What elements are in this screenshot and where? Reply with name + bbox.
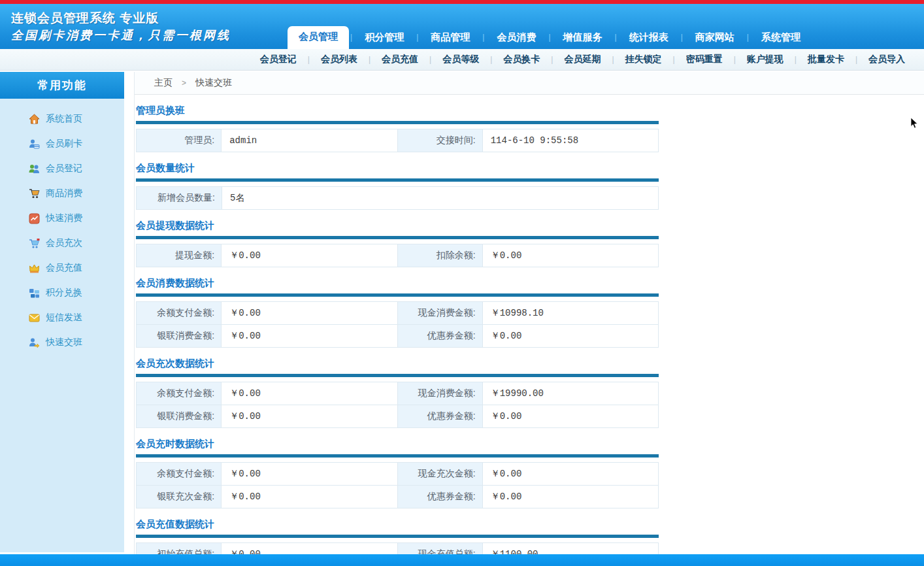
- sms-icon: [29, 312, 40, 324]
- sidebar-item-label: 会员充次: [46, 237, 82, 249]
- sidebar-item[interactable]: 短信发送: [0, 305, 124, 330]
- breadcrumb-current: 快速交班: [195, 77, 232, 89]
- section-title: 会员充次数据统计: [136, 358, 660, 370]
- subnav-item[interactable]: 会员换卡: [492, 54, 551, 65]
- section-title: 会员充时数据统计: [136, 438, 660, 450]
- nav-separator: |: [415, 33, 420, 49]
- sidebar-item[interactable]: 系统首页: [0, 107, 124, 131]
- subnav-item[interactable]: 挂失锁定: [614, 54, 673, 65]
- section-rows: 新增会员数量:5名: [136, 186, 660, 210]
- field-value: ￥0.00: [482, 405, 659, 428]
- field-value-text: ￥0.00: [491, 410, 522, 422]
- subnav-item[interactable]: 会员列表: [310, 54, 369, 65]
- field-label: 现金消费金额:: [397, 382, 483, 405]
- footer-bar: [0, 554, 924, 566]
- nav-separator: |: [547, 33, 552, 49]
- subnav-item[interactable]: 会员充值: [371, 54, 429, 65]
- sidebar-item[interactable]: 会员刷卡: [0, 131, 124, 156]
- sidebar-item-label: 会员刷卡: [46, 138, 82, 150]
- mouse-cursor: [910, 118, 919, 129]
- sidebar-item[interactable]: 商品消费: [0, 181, 124, 206]
- field-value: admin: [221, 129, 397, 152]
- app-title: 连锁会员管理系统 专业版: [11, 10, 159, 27]
- field-value-text: ￥0.00: [229, 330, 261, 342]
- nav-separator: |: [349, 33, 354, 49]
- sidebar-item[interactable]: 快速消费: [0, 206, 124, 231]
- sidebar-item[interactable]: 会员充值: [0, 256, 124, 280]
- field-value-text: 114-6-10 9:55:58: [491, 135, 578, 146]
- section-divider-bar: [136, 535, 659, 538]
- field-value-text: ￥0.00: [229, 491, 261, 503]
- sidebar-item[interactable]: 快速交班: [0, 330, 124, 355]
- field-value-text: ￥0.00: [229, 388, 261, 399]
- field-value: ￥0.00: [482, 324, 659, 348]
- section-rows: 管理员:admin交接时间:114-6-10 9:55:58: [136, 129, 660, 152]
- shift-report-content: 管理员换班管理员:admin交接时间:114-6-10 9:55:58会员数量统…: [135, 105, 660, 554]
- subnav-item[interactable]: 批量发卡: [797, 54, 855, 65]
- main-nav-tab[interactable]: 商家网站: [684, 27, 746, 49]
- sidebar-item[interactable]: 积分兑换: [0, 280, 124, 305]
- main-nav-tab[interactable]: 会员消费: [486, 27, 547, 49]
- sidebar-item-label: 快速消费: [46, 212, 82, 224]
- subnav-item[interactable]: 账户提现: [736, 54, 795, 65]
- field-value: 114-6-10 9:55:58: [482, 129, 659, 152]
- field-value: ￥0.00: [221, 462, 397, 486]
- field-label: 银联消费金额:: [136, 405, 222, 428]
- main-nav-tab[interactable]: 积分管理: [354, 27, 415, 49]
- field-value-text: ￥1100.00: [491, 548, 538, 554]
- field-label: 管理员:: [136, 129, 222, 152]
- field-value-text: 5名: [230, 192, 244, 204]
- sidebar-item[interactable]: 会员登记: [0, 156, 124, 181]
- sidebar-title: 常用功能: [0, 72, 124, 99]
- main-nav-tab[interactable]: 商品管理: [420, 27, 481, 49]
- section-rows: 余额支付金额:￥0.00现金消费金额:￥10998.10银联消费金额:￥0.00…: [136, 301, 660, 348]
- field-value-text: admin: [229, 135, 257, 146]
- field-value: ￥0.00: [221, 244, 397, 267]
- subnav-item[interactable]: 会员延期: [553, 54, 612, 65]
- shift-change-icon: [29, 337, 40, 348]
- main-nav-tab[interactable]: 统计报表: [618, 27, 680, 49]
- field-label: 提现金额:: [136, 244, 222, 267]
- main-panel: 主页 > 快速交班 管理员换班管理员:admin交接时间:114-6-10 9:…: [134, 72, 924, 554]
- subnav-item[interactable]: 会员导入: [857, 54, 916, 65]
- member-recharge-icon: [29, 263, 40, 274]
- section-divider-bar: [136, 374, 659, 377]
- field-row: 银联消费金额:￥0.00优惠券金额:￥0.00: [136, 405, 659, 428]
- section-rows: 提现金额:￥0.00扣除余额:￥0.00: [136, 244, 660, 267]
- main-nav-tab[interactable]: 会员管理: [288, 26, 349, 49]
- field-value: ￥0.00: [482, 244, 659, 267]
- sidebar-item[interactable]: 会员充次: [0, 231, 124, 256]
- field-row: 初始充值总额:￥0.00现金充值总额:￥1100.00: [136, 542, 659, 554]
- main-nav-tab[interactable]: 系统管理: [750, 27, 812, 49]
- main-nav-tab[interactable]: 增值服务: [552, 27, 614, 49]
- quick-consume-icon: [29, 213, 40, 224]
- field-value: ￥0.00: [221, 405, 397, 428]
- sub-nav: 会员登记|会员列表|会员充值|会员等级|会员换卡|会员延期|挂失锁定|密码重置|…: [0, 49, 924, 71]
- member-register-icon: [29, 163, 40, 175]
- sidebar-item-label: 系统首页: [46, 113, 82, 125]
- field-row: 余额支付金额:￥0.00现金消费金额:￥19990.00: [136, 382, 659, 405]
- field-value-text: ￥0.00: [229, 307, 261, 319]
- field-label: 优惠券金额:: [397, 405, 483, 428]
- subnav-item[interactable]: 会员等级: [431, 54, 490, 65]
- field-label: 现金消费金额:: [397, 301, 483, 325]
- section-rows: 余额支付金额:￥0.00现金充次金额:￥0.00银联充次金额:￥0.00优惠券金…: [136, 462, 660, 508]
- field-value-text: ￥19990.00: [491, 388, 544, 399]
- breadcrumb-separator: >: [173, 78, 195, 88]
- field-value: ￥0.00: [221, 301, 397, 325]
- sidebar: 常用功能 系统首页会员刷卡会员登记商品消费快速消费会员充次会员充值积分兑换短信发…: [0, 72, 124, 552]
- section-title: 会员充值数据统计: [136, 518, 660, 531]
- field-label: 余额支付金额:: [136, 462, 222, 486]
- field-value-text: ￥0.00: [229, 410, 261, 422]
- field-label: 现金充值总额:: [397, 542, 483, 554]
- subnav-item[interactable]: 会员登记: [249, 54, 308, 65]
- field-value: ￥0.00: [221, 382, 397, 405]
- section-divider-bar: [136, 236, 659, 239]
- field-row: 银联消费金额:￥0.00优惠券金额:￥0.00: [136, 324, 659, 348]
- breadcrumb-home[interactable]: 主页: [154, 77, 173, 89]
- subnav-item[interactable]: 密码重置: [675, 54, 734, 65]
- field-value-text: ￥0.00: [491, 491, 522, 503]
- field-value-text: ￥10998.10: [491, 307, 544, 319]
- sidebar-item-label: 快速交班: [46, 337, 82, 348]
- field-label: 优惠券金额:: [397, 324, 483, 348]
